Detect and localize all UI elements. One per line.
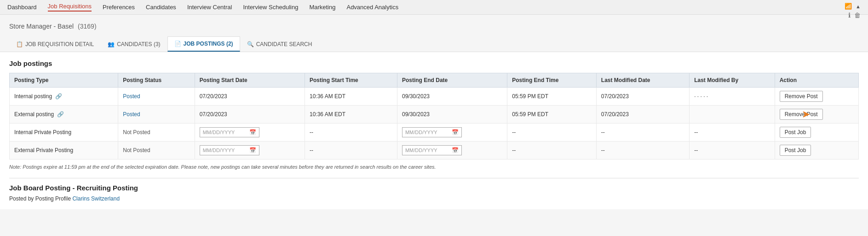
col-last-modified-by: Last Modified By	[690, 73, 775, 88]
last-mod-date-cell: --	[596, 142, 689, 159]
posting-profile-link[interactable]: Clarins Switzerland	[72, 195, 120, 202]
tab-candidates[interactable]: 👥 CANDIDATES (3)	[101, 37, 167, 52]
calendar-icon[interactable]: 📅	[249, 129, 256, 136]
tab-icon-job-postings: 📄	[174, 41, 181, 47]
posting-status-cell: Not Posted	[118, 124, 195, 142]
table-header-row: Posting Type Posting Status Posting Star…	[10, 73, 859, 88]
start-date-cell[interactable]: MM/DD/YYYY 📅	[195, 142, 305, 159]
nav-interview-central[interactable]: Interview Central	[187, 4, 232, 11]
action-cell: ➤ Remove Post	[775, 106, 858, 124]
page-title: Store Manager - Basel (3169)	[9, 21, 859, 31]
tabs: 📋 JOB REQUISITION DETAIL 👥 CANDIDATES (3…	[9, 36, 859, 52]
action-cell: Remove Post	[775, 88, 858, 106]
remove-post-button-1[interactable]: Remove Post	[780, 91, 823, 102]
start-date-cell: 07/20/2023	[195, 88, 305, 106]
end-time-cell: 05:59 PM EDT	[507, 88, 597, 106]
start-time-cell: --	[305, 142, 397, 159]
last-mod-date-cell: --	[596, 124, 689, 142]
section-divider	[9, 178, 859, 178]
end-date-cell[interactable]: MM/DD/YYYY 📅	[397, 124, 507, 142]
job-board-title: Job Board Posting - Recruiting Posting	[9, 184, 859, 192]
posting-status-cell: Posted	[118, 88, 195, 106]
link-icon-external[interactable]: 🔗	[57, 111, 64, 118]
last-mod-by-cell	[690, 106, 775, 124]
trash-icon[interactable]: 🗑	[854, 12, 861, 19]
tab-icon-candidate-search: 🔍	[247, 41, 254, 47]
start-time-cell: 10:36 AM EDT	[305, 106, 397, 124]
tab-candidate-search[interactable]: 🔍 CANDIDATE SEARCH	[240, 37, 319, 52]
last-mod-by-cell: --	[690, 142, 775, 159]
job-postings-title: Job postings	[9, 59, 859, 67]
post-job-button-1[interactable]: Post Job	[780, 127, 811, 138]
col-posting-end-date: Posting End Date	[397, 73, 507, 88]
nav-interview-scheduling[interactable]: Interview Scheduling	[243, 4, 298, 11]
posting-type-cell: Internal Private Posting	[10, 124, 118, 142]
col-posting-start-date: Posting Start Date	[195, 73, 305, 88]
action-cell: Post Job	[775, 142, 858, 159]
start-date-cell: 07/20/2023	[195, 106, 305, 124]
end-date-cell: 09/30/2023	[397, 106, 507, 124]
last-mod-by-cell: --	[690, 124, 775, 142]
remove-post-button-2[interactable]: Remove Post	[780, 109, 823, 120]
tab-job-postings[interactable]: 📄 JOB POSTINGS (2)	[167, 36, 240, 52]
info-icon[interactable]: ℹ	[848, 12, 851, 19]
signal-icon: 📶	[845, 3, 852, 10]
nav-advanced-analytics[interactable]: Advanced Analytics	[346, 4, 398, 11]
nav-marketing[interactable]: Marketing	[309, 4, 335, 11]
top-bar-right: 📶 ▲ ℹ 🗑	[845, 3, 861, 19]
nav-dashboard[interactable]: Dashboard	[7, 4, 37, 11]
start-date-cell[interactable]: MM/DD/YYYY 📅	[195, 124, 305, 142]
page-header: Store Manager - Basel (3169) 📋 JOB REQUI…	[0, 15, 868, 52]
table-row: External Private Posting Not Posted MM/D…	[10, 142, 859, 159]
col-last-modified-date: Last Modified Date	[596, 73, 689, 88]
col-action: Action	[775, 73, 858, 88]
nav-candidates[interactable]: Candidates	[146, 4, 176, 11]
col-posting-start-time: Posting Start Time	[305, 73, 397, 88]
posting-status-cell: Posted	[118, 106, 195, 124]
tab-icon-candidates: 👥	[108, 41, 115, 47]
table-row: Internal Private Posting Not Posted MM/D…	[10, 124, 859, 142]
start-time-cell: 10:36 AM EDT	[305, 88, 397, 106]
top-nav: Dashboard Job Requisitions Preferences C…	[0, 0, 868, 15]
col-posting-status: Posting Status	[118, 73, 195, 88]
tab-job-requisition-detail[interactable]: 📋 JOB REQUISITION DETAIL	[9, 37, 101, 52]
last-mod-date-cell: 07/20/2023	[596, 106, 689, 124]
link-icon-internal[interactable]: 🔗	[55, 93, 62, 100]
end-date-cell[interactable]: MM/DD/YYYY 📅	[397, 142, 507, 159]
posting-type-cell: External posting 🔗	[10, 106, 118, 124]
nav-job-requisitions[interactable]: Job Requisitions	[48, 3, 92, 12]
chevron-up-icon[interactable]: ▲	[856, 4, 861, 9]
col-posting-type: Posting Type	[10, 73, 118, 88]
postings-table: Posting Type Posting Status Posting Star…	[9, 73, 859, 159]
end-date-cell: 09/30/2023	[397, 88, 507, 106]
main-content: Job postings Posting Type Posting Status…	[0, 52, 868, 209]
nav-preferences[interactable]: Preferences	[103, 4, 135, 11]
col-posting-end-time: Posting End Time	[507, 73, 597, 88]
end-time-cell: 05:59 PM EDT	[507, 106, 597, 124]
posting-status-cell: Not Posted	[118, 142, 195, 159]
tab-icon-job-req: 📋	[16, 41, 23, 47]
calendar-icon[interactable]: 📅	[249, 147, 256, 153]
table-row: External posting 🔗 Posted 07/20/2023 10:…	[10, 106, 859, 124]
last-mod-by-cell: · · · · ·	[690, 88, 775, 106]
action-cell: Post Job	[775, 124, 858, 142]
start-time-cell: --	[305, 124, 397, 142]
end-time-cell: --	[507, 142, 597, 159]
table-row: Internal posting 🔗 Posted 07/20/2023 10:…	[10, 88, 859, 106]
calendar-icon[interactable]: 📅	[452, 147, 459, 153]
end-time-cell: --	[507, 124, 597, 142]
posting-type-cell: Internal posting 🔗	[10, 88, 118, 106]
postings-note: Note: Postings expire at 11:59 pm at the…	[9, 164, 859, 170]
calendar-icon[interactable]: 📅	[452, 129, 459, 136]
posting-type-cell: External Private Posting	[10, 142, 118, 159]
last-mod-date-cell: 07/20/2023	[596, 88, 689, 106]
posted-by: Posted by Posting Profile Clarins Switze…	[9, 195, 859, 202]
post-job-button-2[interactable]: Post Job	[780, 145, 811, 156]
